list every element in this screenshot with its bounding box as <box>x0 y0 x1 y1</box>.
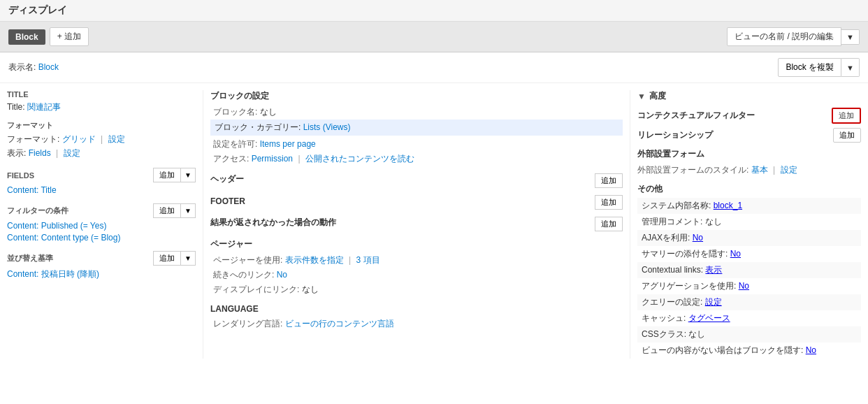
block-name-label: ブロック名: <box>213 107 257 117</box>
display-name-section: 表示名: Block <box>8 62 59 73</box>
external-form-style-sep: | <box>773 165 775 175</box>
filter-item2-link[interactable]: Content: Content type (= Blog) <box>7 233 120 243</box>
language-field: レンダリング言語: ビューの行のコンテンツ言語 <box>210 317 623 331</box>
display-field-row: 表示: Fields | 設定 <box>7 147 196 159</box>
format-link2[interactable]: 設定 <box>108 134 125 144</box>
header-add-button[interactable]: 追加 <box>595 173 623 188</box>
ajax-row: AJAXを利用: No <box>637 230 861 246</box>
filter-section-title: フィルターの条件 <box>7 205 68 216</box>
system-name-value[interactable]: block_1 <box>714 201 742 210</box>
contextual-links-value[interactable]: 表示 <box>705 265 722 275</box>
hide-block-value[interactable]: No <box>806 345 816 355</box>
sort-add-button[interactable]: 追加 <box>153 251 181 266</box>
block-settings-section: ブロックの設定 ブロック名: なし ブロック・カテゴリー: Lists (Vie… <box>210 90 623 166</box>
title-section-heading: TITLE <box>7 90 196 99</box>
pager-next-field: 続きへのリンク: No <box>210 268 623 282</box>
display-link1[interactable]: Fields <box>29 148 51 158</box>
contextual-filter-row: コンテクスチュアルフィルター 追加 <box>637 108 861 124</box>
footer-title: FOOTER <box>210 196 245 206</box>
view-edit-dropdown[interactable]: ▼ <box>841 29 860 45</box>
access-sep: | <box>298 154 300 164</box>
right-column: ▼ 高度 コンテクスチュアルフィルター 追加 リレーションシップ 追加 外部設置… <box>630 90 861 359</box>
summary-label: サマリーの添付を隠す: <box>642 249 728 259</box>
block-settings-title: ブロックの設定 <box>210 90 623 102</box>
page-header: ディスプレイ <box>0 0 868 22</box>
pager-use-label: ページャーを使用: <box>213 255 282 265</box>
sort-item1-link[interactable]: Content: 投稿日時 (降順) <box>7 269 99 279</box>
view-edit-button[interactable]: ビューの名前 / 説明の編集 <box>727 27 841 46</box>
query-value[interactable]: 設定 <box>705 297 722 307</box>
relationship-label: リレーションシップ <box>637 129 713 141</box>
format-link1[interactable]: グリッド <box>62 134 96 144</box>
admin-comment-row: 管理用コメント: なし <box>637 214 861 230</box>
fields-section-header: FIELDS 追加 ▼ <box>7 168 196 182</box>
block-category-value[interactable]: Lists (Views) <box>303 122 351 132</box>
relationship-add-button[interactable]: 追加 <box>833 128 861 143</box>
cache-value[interactable]: タグベース <box>688 313 730 323</box>
summary-row: サマリーの添付を隠す: No <box>637 246 861 262</box>
ajax-label: AJAXを利用: <box>642 233 690 243</box>
pager-items[interactable]: 3 項目 <box>356 255 380 265</box>
external-form-style-row: 外部設置フォームのスタイル: 基本 | 設定 <box>637 163 861 178</box>
display-name-label: 表示名: <box>8 62 36 72</box>
no-results-title: 結果が返されなかった場合の動作 <box>210 217 336 229</box>
settings-allow-value[interactable]: Items per page <box>260 139 316 149</box>
sort-section-title: 並び替え基準 <box>7 253 53 264</box>
display-name-link[interactable]: Block <box>38 62 59 72</box>
pager-display-field: ディスプレイにリンク: なし <box>210 282 623 297</box>
duplicate-section: Block を複製 ▼ <box>778 58 860 77</box>
pager-use-link[interactable]: 表示件数を指定 <box>285 255 344 265</box>
pager-section: ページャー ページャーを使用: 表示件数を指定 | 3 項目 続きへのリンク: … <box>210 238 623 297</box>
block-button[interactable]: Block <box>8 29 45 45</box>
contextual-filter-add-button[interactable]: 追加 <box>832 108 861 124</box>
aggregation-value[interactable]: No <box>739 281 749 291</box>
display-name-bar: 表示名: Block Block を複製 ▼ <box>0 52 868 83</box>
add-button[interactable]: 追加 <box>50 27 89 46</box>
settings-allow-label: 設定を許可: <box>213 139 257 149</box>
css-row: CSSクラス: なし <box>637 326 861 342</box>
fields-item1: Content: Title <box>7 185 196 195</box>
sort-section-header: 並び替え基準 追加 ▼ <box>7 251 196 266</box>
display-link2[interactable]: 設定 <box>64 148 80 158</box>
filter-buttons: 追加 ▼ <box>153 203 196 218</box>
other-section-title: その他 <box>637 183 861 195</box>
access-link2[interactable]: 公開されたコンテンツを読む <box>305 154 414 164</box>
external-form-style-link1[interactable]: 基本 <box>751 165 768 175</box>
main-content: TITLE Title: 関連記事 フォーマット フォーマット: グリッド | … <box>0 83 868 366</box>
css-value: なし <box>688 329 705 339</box>
block-category-field: ブロック・カテゴリー: Lists (Views) <box>210 120 623 136</box>
pager-display-value: なし <box>302 284 319 294</box>
fields-add-button[interactable]: 追加 <box>153 168 181 182</box>
no-results-add-button[interactable]: 追加 <box>595 217 623 231</box>
fields-add-dropdown[interactable]: ▼ <box>181 168 196 182</box>
sort-add-dropdown[interactable]: ▼ <box>181 251 196 266</box>
aggregation-row: アグリゲーションを使用: No <box>637 278 861 294</box>
pager-next-value[interactable]: No <box>277 270 287 280</box>
language-label: レンダリング言語: <box>213 319 282 329</box>
system-name-label: システム内部名称: <box>642 201 711 210</box>
footer-add-button[interactable]: 追加 <box>595 195 623 210</box>
language-value[interactable]: ビューの行のコンテンツ言語 <box>285 319 394 329</box>
access-value[interactable]: Permission <box>252 154 293 164</box>
duplicate-dropdown[interactable]: ▼ <box>841 58 860 77</box>
duplicate-button[interactable]: Block を複製 <box>778 58 841 77</box>
advanced-section-header: ▼ 高度 <box>637 90 861 102</box>
query-row: クエリーの設定: 設定 <box>637 294 861 310</box>
filter-add-button[interactable]: 追加 <box>153 203 181 218</box>
toolbar: Block 追加 ビューの名前 / 説明の編集 ▼ <box>0 22 868 52</box>
title-value-link[interactable]: 関連記事 <box>27 102 61 112</box>
filter-add-dropdown[interactable]: ▼ <box>181 203 196 218</box>
filter-item1-link[interactable]: Content: Published (= Yes) <box>7 221 106 231</box>
pager-next-label: 続きへのリンク: <box>213 270 274 280</box>
external-form-style-link2[interactable]: 設定 <box>781 165 797 175</box>
fields-item1-link[interactable]: Content: Title <box>7 185 57 195</box>
sort-item1: Content: 投稿日時 (降順) <box>7 268 196 280</box>
middle-column: ブロックの設定 ブロック名: なし ブロック・カテゴリー: Lists (Vie… <box>203 90 630 359</box>
pager-use-field: ページャーを使用: 表示件数を指定 | 3 項目 <box>210 253 623 268</box>
toolbar-left: Block 追加 <box>8 27 89 46</box>
header-section: ヘッダー 追加 <box>210 173 623 188</box>
summary-value[interactable]: No <box>730 249 741 259</box>
ajax-value[interactable]: No <box>693 233 703 243</box>
advanced-title: 高度 <box>649 90 666 102</box>
format-label: フォーマット: <box>7 134 59 144</box>
